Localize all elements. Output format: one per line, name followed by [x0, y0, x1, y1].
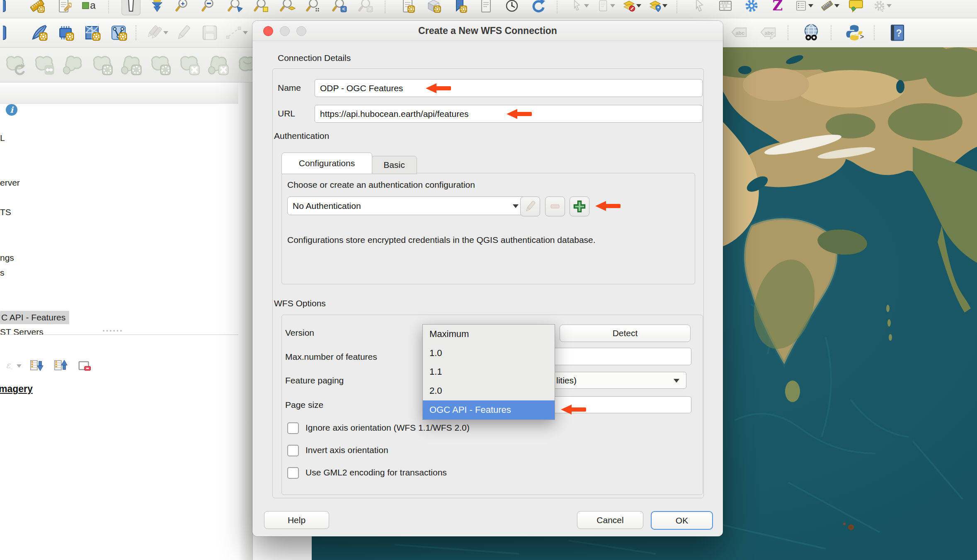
- digitize-move-icon[interactable]: [60, 52, 86, 78]
- page-size-label: Page size: [285, 400, 323, 410]
- refresh-map-icon[interactable]: [529, 0, 548, 15]
- zoom-to-layer-icon[interactable]: [278, 0, 297, 15]
- browser-tree-item[interactable]: ST Servers: [0, 326, 44, 338]
- pan-map-icon[interactable]: [121, 0, 141, 15]
- browser-tree-item[interactable]: erver: [0, 177, 20, 189]
- feature-paging-select[interactable]: lities): [553, 372, 686, 389]
- digitize-fill-ring-icon[interactable]: [89, 52, 115, 78]
- browser-tree-item[interactable]: TS: [0, 206, 11, 218]
- wfs-connection-dialog: Create a New WFS Connection Connection D…: [252, 21, 723, 536]
- processing-toolbox-icon[interactable]: [54, 21, 77, 44]
- browser-tree-item[interactable]: C API - Features: [0, 311, 69, 324]
- digitize-delete-ring-icon[interactable]: [176, 52, 202, 78]
- raster-calculator-icon[interactable]: [80, 21, 104, 44]
- zoom-last-icon[interactable]: <: [330, 0, 349, 15]
- tab-configurations[interactable]: Configurations: [281, 153, 372, 174]
- chevron-down-icon: [610, 4, 615, 7]
- detect-button[interactable]: Detect: [560, 325, 691, 342]
- chevron-down-icon: [636, 4, 641, 7]
- chevron-down-icon: [17, 364, 22, 368]
- imagery-heading[interactable]: magery: [0, 383, 33, 395]
- wfs-options-label: WFS Options: [274, 298, 326, 308]
- show-layout-manager-icon[interactable]: [476, 0, 495, 15]
- toolbar-row-1: a+<>Z: [0, 0, 977, 18]
- zoom-in-icon[interactable]: +: [174, 0, 193, 15]
- annotation-arrow-name: [426, 83, 451, 93]
- statistical-summary-icon[interactable]: [716, 0, 735, 15]
- edit-label-icon: abc: [756, 21, 780, 44]
- auth-config-select[interactable]: No Authentication: [287, 196, 526, 215]
- options-gear-icon[interactable]: [742, 0, 761, 15]
- style-manager-icon[interactable]: [27, 21, 51, 44]
- zoom-to-selection-icon[interactable]: [252, 0, 271, 15]
- help-button[interactable]: Help: [264, 511, 329, 529]
- clipped-left-2-icon[interactable]: [1, 21, 24, 44]
- digitize-delete-part-icon[interactable]: [205, 52, 231, 78]
- cancel-button[interactable]: Cancel: [577, 511, 643, 529]
- version-menu-item[interactable]: 1.0: [423, 344, 555, 363]
- version-label: Version: [285, 328, 314, 338]
- panel-resize-handle[interactable]: [103, 330, 122, 334]
- checkbox-0[interactable]: [287, 422, 299, 434]
- name-input[interactable]: ODP - OGC Features: [315, 79, 703, 97]
- zoom-out-icon[interactable]: [200, 0, 219, 15]
- svg-text:<: <: [342, 6, 345, 12]
- chevron-down-icon: [662, 4, 667, 7]
- remove-layer-icon[interactable]: [622, 0, 641, 15]
- new-map-view-icon[interactable]: [398, 0, 417, 15]
- digitize-offset-icon[interactable]: [31, 52, 57, 78]
- digitize-add-ring-icon[interactable]: [147, 52, 173, 78]
- url-label: URL: [278, 109, 295, 119]
- digitizing-options-icon: [225, 21, 248, 44]
- ok-button[interactable]: OK: [651, 511, 713, 530]
- svg-text:>: >: [860, 33, 864, 40]
- digitize-reshape-icon[interactable]: [2, 52, 28, 78]
- dialog-title: Create a New WFS Connection: [252, 21, 723, 41]
- clipped-left-icon[interactable]: [2, 0, 21, 15]
- browser-tree-item[interactable]: s: [0, 267, 5, 279]
- checkbox-label: Use GML2 encoding for transactions: [305, 468, 447, 478]
- pin-labels-icon[interactable]: [648, 0, 667, 15]
- tab-basic[interactable]: Basic: [371, 156, 417, 174]
- map-tips-icon[interactable]: [846, 0, 865, 15]
- info-icon: i: [6, 104, 17, 116]
- add-selected-layers-icon[interactable]: [27, 357, 46, 375]
- chevron-down-icon: [513, 204, 519, 208]
- measure-area-icon[interactable]: [28, 0, 47, 15]
- version-menu-item[interactable]: 2.0: [423, 381, 555, 400]
- chevron-down-icon: [243, 31, 248, 34]
- browser-tree-item[interactable]: L: [0, 132, 5, 144]
- elevation-profile-icon[interactable]: Z: [768, 0, 787, 15]
- measure-line-icon[interactable]: [820, 0, 839, 15]
- zoom-full-icon[interactable]: [226, 0, 245, 15]
- checkbox-1[interactable]: [287, 445, 299, 456]
- version-menu-item[interactable]: Maximum: [423, 325, 555, 344]
- dialog-titlebar[interactable]: Create a New WFS Connection: [252, 21, 723, 41]
- metasearch-icon[interactable]: [800, 21, 823, 44]
- collapse-all-icon[interactable]: [51, 357, 70, 375]
- digitize-add-part-icon[interactable]: [118, 52, 144, 78]
- svg-text:a: a: [90, 0, 96, 11]
- svg-text:?: ?: [896, 28, 902, 39]
- temporal-controller-icon[interactable]: [502, 0, 521, 15]
- checkbox-2[interactable]: [287, 467, 299, 479]
- max-features-input[interactable]: [553, 348, 691, 365]
- mesh-calculator-icon[interactable]: [107, 21, 130, 44]
- version-menu-item[interactable]: OGC API - Features: [423, 400, 555, 419]
- pan-to-selection-icon[interactable]: [148, 0, 167, 15]
- print-layout-icon[interactable]: [54, 0, 73, 15]
- python-console-icon[interactable]: >: [843, 21, 866, 44]
- browser-panel-toolbar: ε: [3, 357, 94, 375]
- attribute-table-icon[interactable]: [794, 0, 813, 15]
- spatial-bookmarks-icon[interactable]: [450, 0, 469, 15]
- text-annotation-icon[interactable]: a: [80, 0, 99, 15]
- toolbar-separator: [874, 25, 878, 40]
- enable-properties-widget-icon[interactable]: [75, 357, 94, 375]
- version-menu-item[interactable]: 1.1: [423, 363, 555, 382]
- help-contents-icon[interactable]: ?: [886, 21, 909, 44]
- new-3d-map-view-icon[interactable]: [424, 0, 443, 15]
- add-auth-button[interactable]: [570, 196, 589, 216]
- browser-tree-item[interactable]: ngs: [0, 252, 14, 264]
- toolbar-separator: [385, 0, 389, 13]
- zoom-native-icon[interactable]: [304, 0, 323, 15]
